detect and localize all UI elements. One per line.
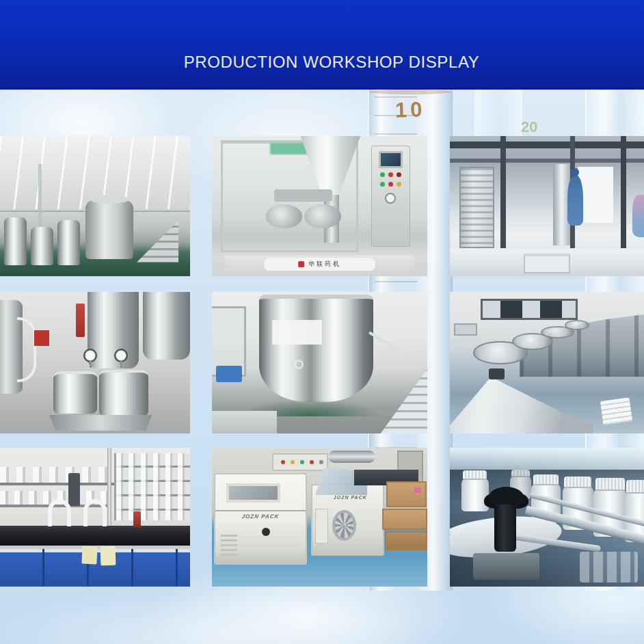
platform-stairs [137,220,178,263]
photo-bottle-capping-line [450,448,644,587]
storage-tank [143,292,191,360]
discharge-cone [450,377,593,433]
sight-port [294,360,304,369]
kettle-stand [49,415,152,431]
photo-pillow-pack-line [450,292,644,433]
brand-text: JOZN PACK [334,495,367,500]
reagent-rack [114,453,190,520]
photo-grid: 华联药机 [0,0,644,644]
inspection-window [226,483,280,503]
page: PRODUCTION WORKSHOP DISPLAY 10 20 [0,0,644,644]
work-table [524,254,570,273]
lab-faucet [48,499,71,526]
support-post [621,136,627,255]
support-post [500,136,507,248]
tank-label [272,320,321,344]
photo-vacuum-mixing-tank [212,292,427,433]
glass-panel [450,448,644,470]
lab-faucet [83,499,107,526]
lit-doorway [578,167,613,223]
photo-shrink-wrap-machines: JOZN PACK JOZN PACK [212,448,427,587]
stair-handrail [368,331,418,363]
door-hole [262,528,270,536]
mixing-tank [259,295,373,402]
mixing-vessel [85,200,133,259]
worker-figure [567,175,583,226]
observation-window [481,299,578,320]
red-reagent-bottle [133,511,141,526]
pressure-gauge-icon [114,349,128,362]
machine-base [473,553,539,580]
hanging-towel [100,546,116,566]
touchscreen [379,151,403,168]
cone-cap [489,368,505,380]
button-row [372,172,410,177]
button-row [372,182,410,187]
pressure-gauge-icon [385,193,396,204]
worker-figure-pink [632,195,644,237]
side-table [454,323,477,336]
transfer-hose [17,317,36,382]
blue-crate [216,366,242,383]
header-banner: PRODUCTION WORKSHOP DISPLAY [0,0,644,90]
filling-head [274,189,332,202]
brand-text: JOZN PACK [241,513,280,520]
flywheel [332,510,356,541]
steel-beam [450,142,644,148]
steel-beam [450,159,644,163]
rotary-feed-pan [565,320,590,330]
machine-base-label: 华联药机 [264,258,376,270]
lab-counter [0,526,190,546]
trim-stripe [215,510,305,511]
shrink-wrapper-machine: JOZN PACK [214,473,306,565]
carton-stack [382,481,427,551]
red-standpipe [76,304,85,338]
tray-stack [600,398,632,426]
photo-laboratory-bench [0,448,190,587]
mixing-kettle [99,370,148,416]
fire-safety-sign [34,330,49,346]
mixing-kettle [53,371,97,414]
knob-stem [494,505,515,552]
electrical-cabinet [459,167,494,248]
brand-text: 华联药机 [308,260,341,269]
control-box [272,453,328,471]
photo-stainless-storage-tanks [0,292,190,433]
film-roller [328,451,375,463]
side-panel [315,509,328,544]
photo-packaging-line-workers [450,136,644,276]
work-bench [212,411,277,433]
hdpe-bottle [461,479,489,512]
control-panel [371,146,410,247]
pressure-gauge-icon [83,349,97,362]
brand-logo-icon [298,261,304,267]
page-title: PRODUCTION WORKSHOP DISPLAY [10,53,644,72]
stirrer-apparatus [68,473,80,507]
photo-tube-filling-machine: 华联药机 [212,136,427,276]
background-bottles [580,552,638,582]
glassware-shelf [0,467,114,485]
sealing-machine: JOZN PACK [311,484,384,556]
vent-grille [221,535,237,558]
steel-tank-group [4,212,80,265]
hanging-towel [81,546,98,565]
photo-cleanroom-workshop [0,136,190,276]
